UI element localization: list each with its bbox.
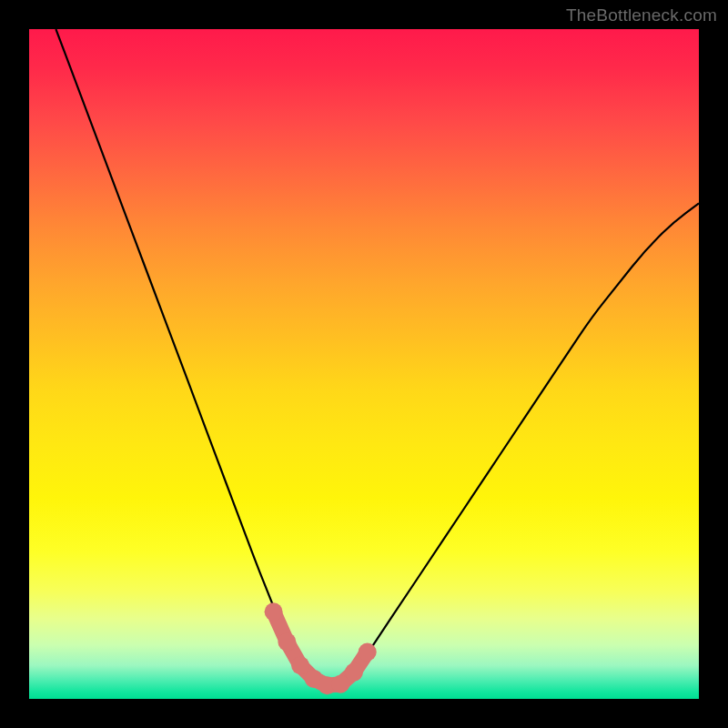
chart-svg: [29, 29, 699, 699]
plot-area: [29, 29, 699, 699]
highlighted-minimum: [265, 602, 377, 694]
chart-frame: TheBottleneck.com: [0, 0, 728, 728]
marker-dot: [345, 663, 363, 682]
marker-dot: [359, 643, 377, 662]
marker-dot: [265, 602, 283, 621]
watermark-text: TheBottleneck.com: [566, 5, 717, 25]
bottleneck-curve: [56, 29, 699, 685]
curve-line: [56, 29, 699, 685]
marker-dot: [291, 656, 309, 674]
marker-dot: [278, 632, 296, 651]
